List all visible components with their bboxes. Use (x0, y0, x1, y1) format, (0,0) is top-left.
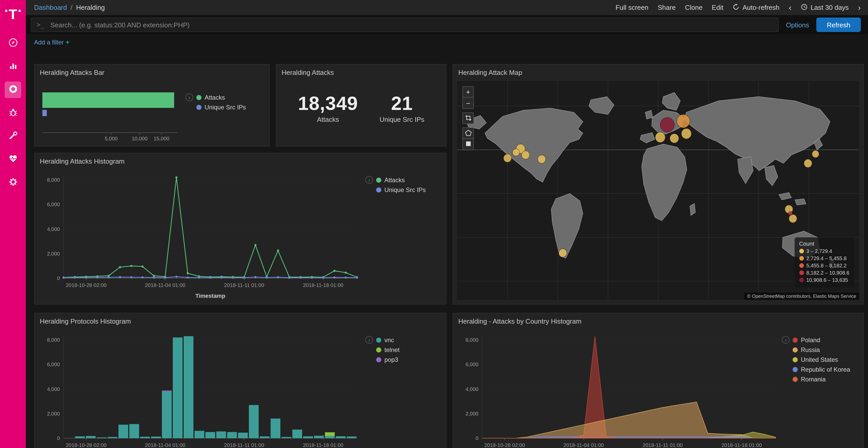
auto-refresh-button[interactable]: Auto-refresh (733, 3, 779, 12)
legend-dot (376, 337, 381, 342)
share-button[interactable]: Share (658, 4, 676, 11)
map-zoom-out-button[interactable]: − (462, 98, 474, 109)
legend-dot (793, 357, 798, 362)
legend-dot (196, 105, 202, 110)
time-back-button[interactable]: ‹ (789, 3, 792, 12)
sidebar-item-management[interactable] (5, 174, 21, 191)
map-polygon-tool-button[interactable] (462, 128, 474, 139)
panel-title: Heralding Attack Map (453, 65, 863, 77)
legend-dot (376, 187, 381, 193)
svg-text:15,000: 15,000 (154, 136, 169, 141)
full-screen-button[interactable]: Full screen (616, 4, 648, 11)
legend-label[interactable]: Republic of Korea (801, 366, 850, 373)
legend-label[interactable]: Attacks (205, 94, 225, 101)
legend-label[interactable]: Poland (801, 336, 820, 343)
legend-label[interactable]: Unique Src IPs (205, 104, 246, 111)
sidebar-item-dev-tools[interactable] (5, 128, 21, 144)
map-fit-bounds-button[interactable] (462, 112, 474, 124)
metric-unique-src-ips: 21 Unique Src IPs (379, 93, 424, 123)
legend-dot (793, 347, 798, 352)
kibana-dashboard-app: T (0, 0, 868, 448)
svg-text:2018-11-11 01:00: 2018-11-11 01:00 (224, 282, 264, 288)
bar-chart-icon (7, 60, 18, 73)
legend-label[interactable]: pop3 (384, 356, 398, 364)
sidebar-item-visualize[interactable] (5, 58, 21, 75)
map-rectangle-tool-button[interactable] (462, 139, 474, 150)
svg-text:Timestamp: Timestamp (195, 292, 225, 299)
legend-label[interactable]: vnc (384, 336, 394, 343)
sidebar-item-discover[interactable] (5, 35, 21, 51)
attacks-line-chart[interactable]: 02,0004,0006,0008,0002018-10-28 02:00201… (40, 171, 360, 301)
search-input[interactable] (49, 21, 773, 29)
sidebar-item-dashboard[interactable] (5, 81, 21, 98)
logo-letter: T (9, 7, 17, 22)
legend-label[interactable]: Unique Src IPs (384, 186, 426, 194)
chart-legend: › vnc telnet pop3 (365, 336, 400, 366)
svg-text:5,000: 5,000 (104, 136, 118, 141)
edit-button[interactable]: Edit (712, 4, 723, 11)
metric-attacks: 18,349 Attacks (298, 93, 358, 123)
svg-text:2018-11-18 01:00: 2018-11-18 01:00 (721, 442, 762, 448)
svg-text:8,000: 8,000 (47, 337, 60, 343)
legend-label: 2,729.4 – 5,455.8 (806, 255, 846, 261)
time-range-button[interactable]: Last 30 days (801, 3, 848, 12)
svg-text:2018-10-28 02:00: 2018-10-28 02:00 (484, 442, 525, 448)
time-forward-button[interactable]: › (858, 3, 861, 12)
legend-label: 5,455.8 – 8,182.2 (806, 263, 846, 268)
query-bar: >_ Options Refresh (26, 15, 868, 34)
legend-expand-icon[interactable]: › (365, 176, 373, 184)
chart-legend: › Attacks Unique Src IPs (365, 176, 426, 196)
svg-text:2018-11-18 01:00: 2018-11-18 01:00 (303, 282, 343, 288)
metric-value: 21 (379, 93, 424, 114)
refresh-button[interactable]: Refresh (816, 18, 861, 32)
legend-label[interactable]: Attacks (384, 176, 405, 183)
legend-dot (376, 347, 381, 352)
svg-text:4,000: 4,000 (466, 386, 478, 392)
legend-dot (376, 177, 381, 182)
svg-text:0: 0 (475, 435, 478, 441)
svg-text:2018-11-11 01:00: 2018-11-11 01:00 (643, 442, 683, 448)
svg-text:2,000: 2,000 (466, 411, 478, 416)
app-sidebar: T (0, 0, 26, 448)
map-zoom-in-button[interactable]: + (462, 86, 474, 98)
panel-title: Heralding Attacks Histogram (35, 153, 446, 166)
legend-dot (799, 278, 804, 282)
legend-label: 3 – 2,729.4 (806, 248, 832, 254)
legend-label[interactable]: Russia (801, 346, 820, 353)
telekom-logo[interactable]: T (5, 1, 21, 28)
svg-text:0: 0 (57, 435, 60, 441)
protocols-bar-chart[interactable]: 02,0004,0006,0008,0002018-10-28 02:00201… (40, 331, 360, 448)
country-area-chart[interactable]: 02,0004,0006,0008,0002018-10-28 02:00201… (458, 331, 779, 448)
svg-text:2,000: 2,000 (47, 251, 60, 256)
attacks-bar-chart[interactable]: 5,00010,00015,000 (41, 87, 183, 145)
svg-text:2018-11-04 01:00: 2018-11-04 01:00 (563, 442, 604, 448)
legend-label[interactable]: Romania (801, 376, 826, 383)
breadcrumb-dashboard[interactable]: Dashboard (34, 4, 67, 11)
time-range-label: Last 30 days (811, 4, 848, 11)
search-bar[interactable]: >_ (31, 18, 779, 32)
legend-expand-icon[interactable]: › (365, 336, 373, 344)
clone-button[interactable]: Clone (685, 4, 703, 11)
panel-title: Heralding - Attacks by Country Histogram (453, 313, 863, 326)
panel-title: Heralding Attacks (276, 65, 446, 77)
legend-dot (793, 377, 798, 382)
legend-expand-icon[interactable]: › (185, 94, 193, 101)
query-prompt-icon: >_ (37, 21, 44, 28)
add-filter-link[interactable]: Add a filter+ (34, 39, 69, 46)
map-attribution[interactable]: © OpenStreetMap contributors, Elastic Ma… (744, 292, 859, 300)
svg-text:6,000: 6,000 (47, 202, 60, 207)
legend-expand-icon[interactable]: › (782, 336, 789, 344)
sidebar-item-security[interactable] (5, 105, 21, 121)
legend-label[interactable]: United States (801, 356, 838, 364)
svg-text:0: 0 (57, 275, 60, 281)
legend-label[interactable]: telnet (384, 346, 400, 353)
options-link[interactable]: Options (786, 21, 809, 29)
sidebar-item-monitoring[interactable] (5, 151, 21, 168)
attack-map[interactable]: + − Count 3 – 2,729.4 2,72 (457, 81, 859, 300)
compass-icon (7, 37, 18, 49)
plus-icon: + (66, 39, 69, 46)
svg-text:10,000: 10,000 (132, 136, 148, 141)
square-icon (465, 140, 471, 148)
panel-attacks-metric: Heralding Attacks 18,349 Attacks 21 Uniq… (276, 64, 446, 146)
metric-value: 18,349 (298, 93, 358, 114)
